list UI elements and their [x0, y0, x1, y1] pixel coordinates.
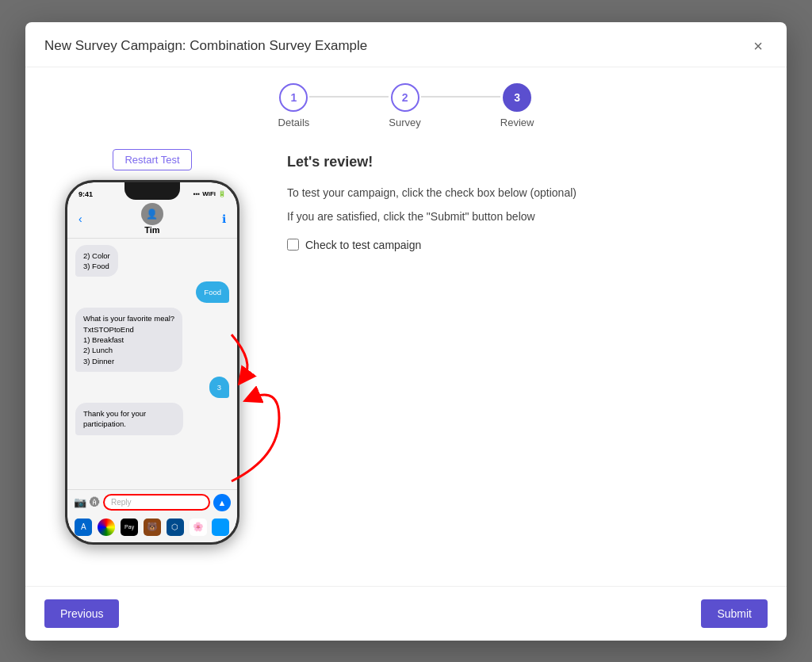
steps-row: 1 Details 2 Survey 3 Review — [25, 67, 787, 141]
msg-2: Food — [196, 281, 229, 303]
contact-name: Tim — [144, 225, 159, 235]
back-arrow-icon[interactable]: ‹ — [79, 212, 82, 225]
msg-3: What is your favorite meal?TxtSTOPtoEnd1… — [75, 308, 182, 371]
battery-icon: 🔋 — [218, 190, 226, 197]
step-2: 2 Survey — [389, 83, 420, 128]
previous-button[interactable]: Previous — [44, 599, 119, 628]
appstore-dock-icon: A — [75, 519, 92, 536]
phone-wrapper: 9:41 ▪▪▪ WiFi 🔋 ‹ — [65, 180, 239, 545]
chrome-dock-icon — [98, 519, 115, 536]
test-campaign-checkbox[interactable] — [287, 239, 299, 251]
wifi-icon: WiFi — [202, 190, 216, 197]
review-instruction-1: To test your campaign, click the check b… — [287, 186, 763, 199]
send-button[interactable]: ▲ — [213, 494, 231, 511]
submit-button[interactable]: Submit — [701, 599, 768, 628]
review-section: Let's review! To test your campaign, cli… — [287, 141, 763, 570]
step-1-circle: 1 — [279, 83, 308, 112]
appstore-icon: 🅐 — [90, 496, 100, 508]
contact-avatar: 👤 — [141, 203, 163, 225]
step-2-circle: 2 — [391, 83, 419, 112]
modal-body: Restart Test 9:41 ▪▪▪ WiFi 🔋 — [25, 141, 787, 586]
dropbox-dock-icon: ⬡ — [167, 519, 184, 536]
step-2-label: Survey — [389, 117, 420, 128]
check-label[interactable]: Check to test campaign — [305, 239, 421, 251]
modal-title: New Survey Campaign: Combination Survey … — [44, 38, 367, 54]
overlay: New Survey Campaign: Combination Survey … — [0, 0, 812, 662]
messages-area: 2) Color3) Food Food What is your favori… — [67, 239, 237, 489]
phone-mockup: 9:41 ▪▪▪ WiFi 🔋 ‹ — [65, 180, 239, 545]
reply-input[interactable]: Reply — [103, 494, 210, 511]
step-3: 3 Review — [500, 83, 534, 128]
info-icon[interactable]: ℹ — [222, 212, 226, 225]
camera-icon: 📷 — [74, 496, 86, 508]
review-title: Let's review! — [287, 154, 763, 170]
modal-header: New Survey Campaign: Combination Survey … — [25, 22, 787, 67]
phone-input-bar: 📷 🅐 Reply ▲ — [67, 489, 237, 515]
extra-dock-icon — [212, 519, 229, 536]
step-1-label: Details — [278, 117, 310, 128]
msg-5: Thank you for your participation. — [75, 403, 183, 435]
modal-dialog: New Survey Campaign: Combination Survey … — [25, 22, 787, 641]
step-3-label: Review — [500, 117, 534, 128]
step-1: 1 Details — [278, 83, 310, 128]
restart-test-button[interactable]: Restart Test — [113, 149, 191, 170]
phone-nav-bar: ‹ 👤 Tim ℹ — [67, 200, 237, 239]
step-line-1 — [309, 96, 389, 98]
status-time: 9:41 — [79, 190, 93, 198]
step-3-circle: 3 — [503, 83, 531, 112]
signal-icon: ▪▪▪ — [193, 190, 201, 197]
msg-4: 3 — [209, 377, 229, 398]
review-instruction-2: If you are satisfied, click the "Submit"… — [287, 210, 763, 223]
modal-footer: Previous Submit — [25, 586, 787, 641]
step-line-2 — [421, 96, 500, 98]
status-icons: ▪▪▪ WiFi 🔋 — [193, 190, 226, 197]
close-button[interactable]: × — [749, 36, 768, 55]
phone-notch — [124, 182, 180, 200]
msg-1: 2) Color3) Food — [75, 245, 118, 277]
phone-dock: A Pay 🐻 ⬡ 🌸 — [67, 515, 237, 542]
applepay-dock-icon: Pay — [121, 519, 138, 536]
photos-dock-icon: 🌸 — [190, 519, 207, 536]
phone-section: Restart Test 9:41 ▪▪▪ WiFi 🔋 — [49, 141, 255, 570]
phone-screen: 9:41 ▪▪▪ WiFi 🔋 ‹ — [67, 182, 237, 542]
check-row: Check to test campaign — [287, 239, 763, 251]
bear-dock-icon: 🐻 — [144, 519, 161, 536]
